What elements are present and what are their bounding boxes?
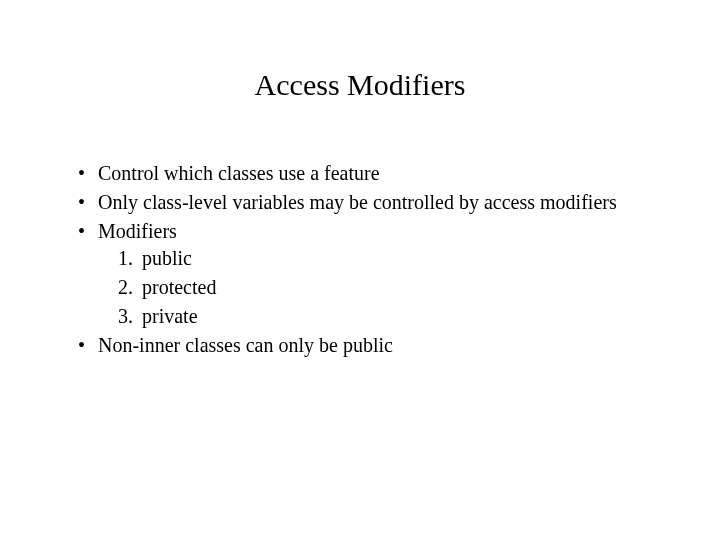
list-item: Control which classes use a feature bbox=[78, 160, 660, 187]
list-item: public bbox=[118, 245, 660, 272]
numbered-list: public protected private bbox=[98, 245, 660, 330]
list-item: Only class-level variables may be contro… bbox=[78, 189, 660, 216]
list-item: private bbox=[118, 303, 660, 330]
slide-title: Access Modifiers bbox=[60, 68, 660, 102]
bullet-list: Control which classes use a feature Only… bbox=[60, 160, 660, 359]
list-item: Modifiers public protected private bbox=[78, 218, 660, 330]
list-item: Non-inner classes can only be public bbox=[78, 332, 660, 359]
list-item: protected bbox=[118, 274, 660, 301]
slide-body: Control which classes use a feature Only… bbox=[60, 160, 660, 359]
list-item-label: Modifiers bbox=[98, 220, 177, 242]
